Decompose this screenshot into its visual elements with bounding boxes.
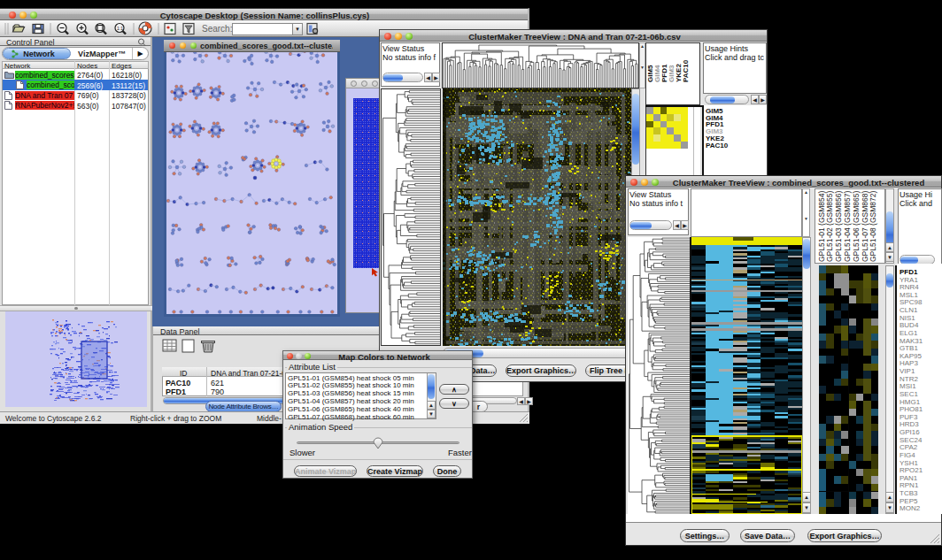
svg-text:1:1: 1:1 (117, 26, 123, 31)
